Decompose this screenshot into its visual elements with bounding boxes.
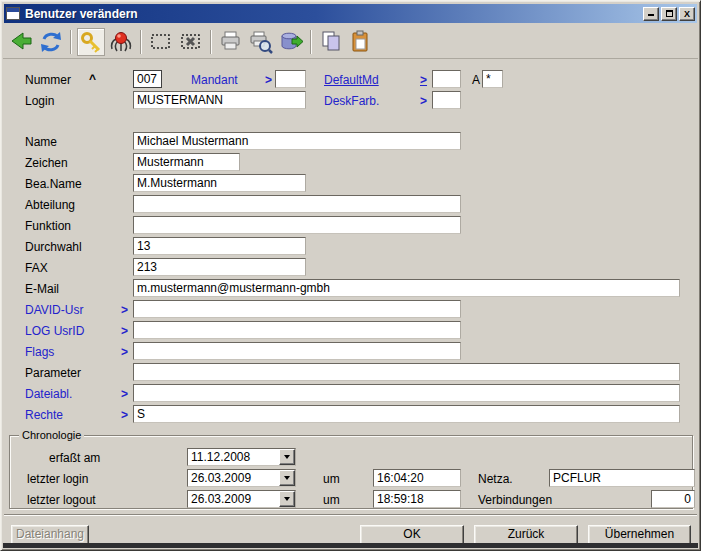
defaultmd-picker[interactable]: > — [420, 73, 427, 87]
erfasstam-date-value: 11.12.2008 — [188, 449, 279, 465]
spider-icon[interactable] — [107, 28, 135, 56]
copy-icon[interactable] — [317, 28, 345, 56]
netza-field[interactable] — [549, 469, 695, 487]
nummer-field[interactable] — [133, 70, 162, 88]
mandant-picker[interactable]: > — [265, 73, 272, 87]
ok-button[interactable]: OK — [360, 525, 464, 545]
minimize-icon[interactable] — [643, 7, 659, 21]
verbindungen-label: Verbindungen — [478, 493, 552, 507]
funktion-label: Funktion — [25, 219, 71, 233]
rechte-picker[interactable]: > — [121, 408, 128, 422]
dateiabl-picker[interactable]: > — [121, 387, 128, 401]
abteilung-label: Abteilung — [25, 198, 75, 212]
maximize-icon[interactable] — [661, 7, 677, 21]
beaname-field[interactable] — [133, 174, 306, 192]
toolbar — [3, 25, 698, 59]
print-icon[interactable] — [217, 28, 245, 56]
erfasstam-label: erfaßt am — [49, 451, 100, 465]
mandant-field[interactable] — [275, 70, 306, 88]
deskfarb-label[interactable]: DeskFarb. — [324, 94, 379, 108]
erfasstam-date-combo[interactable]: 11.12.2008 — [187, 448, 296, 466]
toolbar-separator — [70, 30, 72, 54]
back-icon[interactable] — [7, 28, 35, 56]
window-icon[interactable] — [6, 7, 20, 20]
dateiabl-label[interactable]: Dateiabl. — [25, 387, 72, 401]
sort-caret-icon[interactable]: ^ — [89, 72, 96, 86]
chevron-down-icon[interactable] — [279, 470, 295, 486]
parameter-field[interactable] — [133, 363, 680, 381]
nummer-label: Nummer — [25, 73, 71, 87]
login-label: Login — [25, 94, 54, 108]
durchwahl-label: Durchwahl — [25, 240, 82, 254]
durchwahl-field[interactable] — [133, 237, 306, 255]
zeichen-field[interactable] — [133, 153, 240, 171]
beaname-label: Bea.Name — [25, 177, 82, 191]
flags-label[interactable]: Flags — [25, 345, 54, 359]
defaultmd-label[interactable]: DefaultMd — [324, 73, 379, 87]
flags-picker[interactable]: > — [121, 345, 128, 359]
mandant-label[interactable]: Mandant — [191, 73, 238, 87]
letzterlogin-date-value: 26.03.2009 — [188, 470, 279, 486]
chevron-down-icon[interactable] — [279, 449, 295, 465]
fax-label: FAX — [25, 261, 48, 275]
key-icon[interactable] — [77, 28, 105, 56]
parameter-label: Parameter — [25, 366, 81, 380]
window-title: Benutzer verändern — [25, 7, 643, 21]
logusrid-field[interactable] — [133, 321, 461, 339]
login-um-label: um — [323, 472, 340, 486]
rechte-field[interactable] — [133, 405, 680, 423]
funktion-field[interactable] — [133, 216, 461, 234]
dateianhang-button: Dateianhang — [11, 525, 89, 545]
chevron-down-icon[interactable] — [279, 491, 295, 507]
name-field[interactable] — [133, 132, 461, 150]
a-label: A — [472, 73, 480, 87]
name-label: Name — [25, 135, 57, 149]
a-field[interactable] — [482, 70, 503, 88]
verbindungen-field[interactable] — [651, 490, 695, 508]
logout-um-label: um — [323, 493, 340, 507]
zurueck-button[interactable]: Zurück — [474, 525, 578, 545]
dateiabl-field[interactable] — [133, 384, 680, 402]
selection-rect-icon[interactable] — [147, 28, 175, 56]
selection-delete-icon[interactable] — [177, 28, 205, 56]
email-field[interactable] — [133, 279, 680, 297]
letzterlogout-label: letzter logout — [27, 493, 96, 507]
uebernehmen-button[interactable]: Übernehmen — [588, 525, 691, 545]
close-icon[interactable]: X — [679, 7, 695, 21]
fax-field[interactable] — [133, 258, 306, 276]
window-bottom-frame — [3, 543, 698, 548]
davidusr-label[interactable]: DAVID-Usr — [25, 303, 83, 317]
toolbar-separator — [310, 30, 312, 54]
refresh-icon[interactable] — [37, 28, 65, 56]
deskfarb-picker[interactable]: > — [420, 94, 427, 108]
netza-label: Netza. — [478, 472, 513, 486]
rechte-label[interactable]: Rechte — [25, 408, 63, 422]
logusrid-picker[interactable]: > — [121, 324, 128, 338]
footer-separator — [4, 514, 697, 516]
titlebar: Benutzer verändern X — [4, 4, 697, 23]
email-label: E-Mail — [25, 282, 59, 296]
login-field[interactable] — [133, 91, 306, 109]
logusrid-label[interactable]: LOG UsrID — [25, 324, 84, 338]
toolbar-separator — [210, 30, 212, 54]
login-time-field[interactable] — [373, 469, 461, 487]
letzterlogout-date-combo[interactable]: 26.03.2009 — [187, 490, 296, 508]
abteilung-field[interactable] — [133, 195, 461, 213]
paste-icon[interactable] — [347, 28, 375, 56]
dialog-window: Benutzer verändern X — [0, 0, 701, 551]
zeichen-label: Zeichen — [25, 156, 68, 170]
flags-field[interactable] — [133, 342, 461, 360]
defaultmd-field[interactable] — [432, 70, 461, 88]
print-preview-icon[interactable] — [247, 28, 275, 56]
logout-time-field[interactable] — [373, 490, 461, 508]
davidusr-picker[interactable]: > — [121, 303, 128, 317]
letzterlogout-date-value: 26.03.2009 — [188, 491, 279, 507]
deskfarb-field[interactable] — [432, 91, 461, 109]
letzterlogin-label: letzter login — [27, 472, 88, 486]
davidusr-field[interactable] — [133, 300, 461, 318]
letzterlogin-date-combo[interactable]: 26.03.2009 — [187, 469, 296, 487]
toolbar-separator — [140, 30, 142, 54]
chronologie-title: Chronologie — [19, 429, 84, 441]
database-export-icon[interactable] — [277, 28, 305, 56]
